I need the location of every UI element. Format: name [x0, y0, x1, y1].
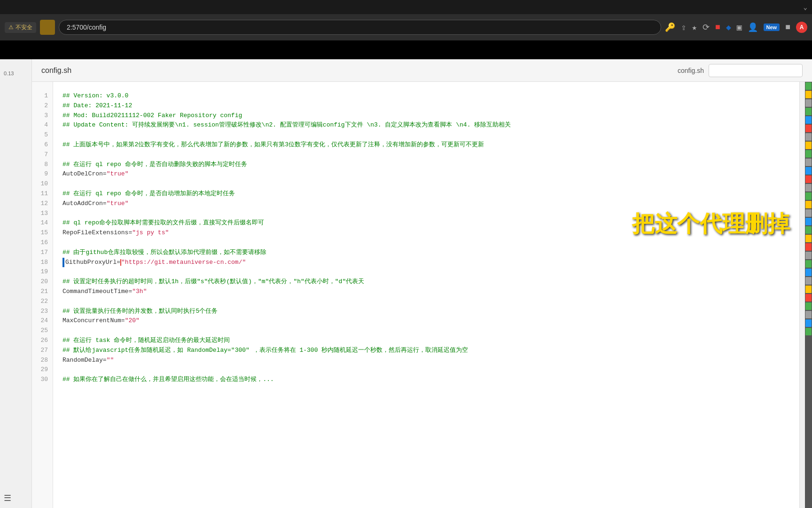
sidebar-time: 0.13 [0, 69, 17, 78]
scrollbar[interactable] [799, 82, 805, 508]
minimap-bar-12 [805, 175, 812, 183]
code-line-2: ## Date: 2021-11-12 [62, 101, 790, 111]
line-num-7: 7 [44, 150, 48, 160]
line-num-3: 3 [44, 111, 48, 121]
chevron-down-icon: ⌄ [804, 3, 807, 11]
line-num-8: 8 [44, 160, 48, 170]
lock-icon: ⚠ [8, 24, 14, 31]
code-text-30: ## 如果你在了解自己在做什么，并且希望启用这些功能，会在适当时候，... [62, 375, 274, 385]
minimap-panel [805, 82, 812, 508]
line-num-6: 6 [44, 140, 48, 150]
minimap-bar-17 [805, 218, 812, 225]
line-num-30: 30 [40, 375, 48, 385]
line-num-14: 14 [40, 218, 48, 228]
code-line-9: AutoDelCron="true" [62, 169, 790, 179]
search-box[interactable] [709, 64, 803, 77]
minimap-bar-14 [805, 192, 812, 200]
black-top-bar [0, 40, 812, 59]
code-line-24: MaxConcurrentNum="20" [62, 316, 790, 326]
code-text-2: ## Date: 2021-11-12 [62, 101, 132, 111]
code-line-10 [62, 179, 790, 189]
minimap-bar-9 [805, 150, 812, 158]
main-area: 0.13 ☰ config.sh config.sh 1 2 3 [0, 59, 812, 508]
extension-icon-blue[interactable]: ◆ [726, 22, 731, 32]
minimap-bar-6 [805, 125, 812, 132]
minimap-bar-30 [805, 328, 812, 335]
code-line-22 [62, 297, 790, 307]
overlay-annotation: 把这个代理删掉 [632, 209, 790, 239]
code-line-3: ## Mod: Build20211112-002 Faker Reposito… [62, 111, 790, 121]
code-text-27: ## 默认给javascript任务加随机延迟，如 RandomDelay="3… [62, 346, 468, 356]
sidebar-left: 0.13 ☰ [0, 59, 32, 508]
code-text-9: AutoDelCron= [62, 169, 107, 179]
extension-icon-red[interactable]: ■ [715, 23, 720, 32]
minimap-bar-2 [805, 91, 812, 98]
code-line-8: ## 在运行 ql repo 命令时，是否自动删除失败的脚本与定时任务 [62, 160, 790, 170]
line-num-1: 1 [44, 91, 48, 101]
code-line-16 [62, 238, 790, 248]
line-num-2: 2 [44, 101, 48, 111]
code-line-18: GithubProxyUrl="https://git.metauniverse… [62, 258, 790, 268]
line-num-17: 17 [40, 248, 48, 258]
code-text-14: ## ql repo命令拉取脚本时需要拉取的文件后缀，直接写文件后缀名即可 [62, 218, 264, 228]
minimap-bar-4 [805, 108, 812, 115]
address-input[interactable] [59, 20, 661, 35]
picture-icon[interactable]: ▣ [737, 22, 742, 32]
code-line-7 [62, 150, 790, 160]
code-line-11: ## 在运行 ql repo 命令时，是否自动增加新的本地定时任务 [62, 189, 790, 199]
line-num-27: 27 [40, 346, 48, 356]
code-line-12: AutoAddCron="true" [62, 199, 790, 209]
code-text-11: ## 在运行 ql repo 命令时，是否自动增加新的本地定时任务 [62, 189, 235, 199]
blue-bar [62, 258, 64, 268]
code-text-3: ## Mod: Build20211112-002 Faker Reposito… [62, 111, 242, 121]
code-line-25 [62, 326, 790, 336]
code-line-27: ## 默认给javascript任务加随机延迟，如 RandomDelay="3… [62, 346, 790, 356]
editor-container: config.sh config.sh 1 2 3 4 5 6 7 8 [32, 59, 812, 508]
line-num-18: 18 [40, 258, 48, 268]
minimap-bar-28 [805, 311, 812, 318]
profile-icon[interactable]: 👤 [748, 22, 758, 32]
minimap-bar-19 [805, 235, 812, 242]
line-num-20: 20 [40, 277, 48, 287]
minimap-bar-10 [805, 159, 812, 166]
code-text-15: RepoFileExtensions= [62, 228, 132, 238]
address-bar-row: ⚠ 不安全 🔑 ⇪ ★ ⟳ ■ ◆ ▣ 👤 New ■ A [0, 14, 812, 40]
line-num-16: 16 [40, 238, 48, 248]
key-icon[interactable]: 🔑 [665, 22, 675, 32]
line-num-19: 19 [40, 267, 48, 277]
hamburger-menu-icon[interactable]: ☰ [0, 488, 15, 508]
browser-chrome-top: ⌄ [0, 0, 812, 14]
minimap-bar-20 [805, 243, 812, 251]
line-num-25: 25 [40, 326, 48, 336]
code-line-28: RandomDelay="" [62, 356, 790, 365]
code-text-6: ## 上面版本号中，如果第2位数字有变化，那么代表增加了新的参数，如果只有第3位… [62, 140, 484, 150]
code-line-4: ## Update Content: 可持续发展纲要\n1. session管理… [62, 120, 790, 130]
code-text-21: CommandTimeoutTime= [62, 287, 132, 297]
refresh-icon[interactable]: ⟳ [703, 22, 710, 32]
code-text-17: ## 由于github仓库拉取较慢，所以会默认添加代理前缀，如不需要请移除 [62, 248, 266, 258]
share-icon[interactable]: ⇪ [681, 22, 686, 32]
minimap-bar-23 [805, 269, 812, 276]
user-avatar[interactable]: A [796, 22, 807, 33]
code-line-1: ## Version: v3.0.0 [62, 91, 790, 101]
favicon [40, 20, 55, 35]
minimap-bar-25 [805, 286, 812, 293]
code-area: 1 2 3 4 5 6 7 8 9 10 11 12 13 14 15 16 1… [32, 82, 812, 508]
line-num-23: 23 [40, 307, 48, 317]
line-num-24: 24 [40, 316, 48, 326]
line-numbers: 1 2 3 4 5 6 7 8 9 10 11 12 13 14 15 16 1… [32, 82, 53, 508]
line-num-13: 13 [40, 209, 48, 219]
line-num-4: 4 [44, 120, 48, 130]
code-line-26: ## 在运行 task 命令时，随机延迟启动任务的最大延迟时间 [62, 336, 790, 346]
editor-title-right: config.sh [678, 67, 704, 74]
minimap-bar-11 [805, 167, 812, 175]
bookmark-icon[interactable]: ★ [692, 22, 697, 32]
minimap-bar-13 [805, 184, 812, 191]
minimap-bar-8 [805, 142, 812, 149]
code-content[interactable]: ## Version: v3.0.0 ## Date: 2021-11-12 #… [53, 82, 799, 508]
line-num-22: 22 [40, 297, 48, 307]
security-badge: ⚠ 不安全 [5, 22, 36, 33]
minimap-bar-27 [805, 302, 812, 310]
minimap-bar-16 [805, 209, 812, 217]
extensions-icon[interactable]: ■ [785, 23, 790, 32]
